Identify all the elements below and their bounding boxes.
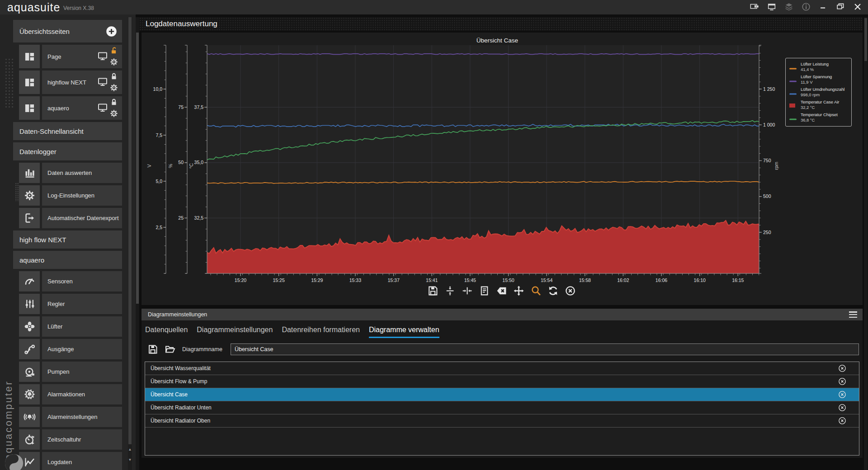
main-right-scrollbar-thumb[interactable] [864,18,867,61]
monitor-icon[interactable] [97,76,108,89]
monitor-dock-icon[interactable] [765,1,778,13]
log-chart[interactable]: 2,55,07,510,0V255075%32,535,037,5°C25050… [142,33,863,305]
tab-diagramme-verwalten[interactable]: Diagramme verwalten [369,326,439,338]
sidebar-header-label: Daten-Schnellansicht [19,127,84,135]
gear-icon[interactable] [109,108,119,120]
tab-datenreihen-formatieren[interactable]: Datenreihen formatieren [282,326,360,338]
sidebar-item-sensoren[interactable]: Sensoren [19,271,122,291]
sidebar-header-high-flow-next[interactable]: high flow NEXT [13,230,122,249]
save-icon[interactable] [426,284,439,297]
monitor-icon[interactable] [97,51,108,63]
minimize-icon[interactable] [816,1,830,13]
open-diagram-button[interactable] [163,343,177,356]
clear-icon[interactable] [495,284,508,297]
add-page-button[interactable] [105,25,118,38]
fit-horizontal-icon[interactable] [461,284,473,297]
svg-text:1 000: 1 000 [763,122,775,127]
sidebar-header-datenlogger[interactable]: Datenlogger [13,142,122,160]
close-icon[interactable] [851,1,864,13]
diagram-row--bersicht-radiator-oben[interactable]: Übersicht Radiator Oben [145,414,859,428]
sidebar-item-logdaten[interactable]: Logdaten [19,452,122,470]
sidebar-header--bersichtsseiten[interactable]: Übersichtsseiten [13,20,122,42]
sidebar-item-label: Lüfter [47,323,119,330]
monitor-export-icon[interactable] [748,1,761,13]
gear-icon[interactable] [109,57,119,68]
sidebar-item-automatischer-datenexport[interactable]: Automatischer Datenexport [19,208,122,228]
pump-icon [19,362,40,382]
layers-icon[interactable] [782,1,796,13]
info-icon[interactable] [799,1,813,13]
svg-text:5,0: 5,0 [156,179,162,184]
restore-icon[interactable] [834,1,847,13]
svg-text:%: % [168,164,173,168]
gauge-icon [19,271,40,291]
svg-text:35,0: 35,0 [194,160,204,165]
delete-diagram-icon[interactable] [838,417,846,425]
lock-open-icon[interactable] [109,46,119,57]
sidebar-header-aquaero[interactable]: aquaero [13,251,122,269]
legend-series-name: Lüfter Spannung [801,74,832,79]
gear-icon[interactable] [109,83,119,94]
zoom-icon-active[interactable] [529,284,542,297]
sidebar-item-label: Ausgänge [47,346,119,352]
lock-icon[interactable] [109,97,119,108]
delete-diagram-icon[interactable] [838,377,846,385]
fit-vertical-icon[interactable] [443,284,456,297]
sidebar-scrollbar-thumb[interactable] [128,17,132,444]
sidebar-item-label: Automatischer Datenexport [47,215,119,221]
legend-series-value: 32,2 °C [801,105,815,110]
delete-diagram-icon[interactable] [838,390,846,399]
report-icon[interactable] [478,284,491,297]
svg-text:16:06: 16:06 [656,277,667,283]
sidebar-item-zeitschaltuhr[interactable]: Zeitschaltuhr [19,429,122,450]
menu-icon[interactable] [849,311,857,318]
diagram-row--bersicht-radiator-unten[interactable]: Übersicht Radiator Unten [145,401,859,414]
cancel-icon[interactable] [564,284,576,297]
sidebar-header-label: Übersichtsseiten [19,28,70,35]
sidebar-item-log-einstellungen[interactable]: Log-Einstellungen [19,185,122,206]
sidebar-item-alarmaktionen[interactable]: Alarmaktionen [19,384,122,404]
diagram-name-input[interactable] [231,343,859,355]
tab-datenquellen[interactable]: Datenquellen [145,326,188,338]
diagram-name-label: Diagrammname [182,346,222,352]
diagram-row--bersicht-case[interactable]: Übersicht Case [145,388,859,401]
diagram-row--bersicht-flow-pump[interactable]: Übersicht Flow & Pump [145,375,859,388]
delete-diagram-icon[interactable] [838,364,846,372]
page-label: aquaero [47,105,97,112]
delete-diagram-icon[interactable] [838,404,846,412]
tab-diagrammeinstellungen[interactable]: Diagrammeinstellungen [197,326,273,338]
lock-icon[interactable] [109,71,119,83]
svg-text:16:15: 16:15 [732,277,744,283]
title-bar: aquasuite Version X.38 [0,0,868,14]
scroll-down-arrow[interactable]: ▼ [128,458,132,462]
sidebar-item-regler[interactable]: Regler [19,294,122,314]
sidebar-item-ausg-nge[interactable]: Ausgänge [19,339,122,359]
pan-icon[interactable] [512,284,525,297]
monitor-icon[interactable] [97,102,108,114]
timer-icon [19,429,40,450]
scroll-up-arrow[interactable]: ▲ [128,447,132,451]
legend-series-name: Temperatur Chipset [801,112,838,117]
save-diagram-button[interactable] [146,343,160,356]
sidebar-page-aquaero[interactable]: aquaero [19,96,122,120]
sidebar-item-l-fter[interactable]: Lüfter [19,316,122,337]
sidebar-page-page[interactable]: Page [19,45,122,68]
svg-text:37,5: 37,5 [194,104,204,110]
sidebar-page-highflow-next[interactable]: highflow NEXT [19,70,122,94]
main-right-scrollbar[interactable] [864,17,868,470]
page-label: Page [47,53,97,60]
refresh-icon[interactable] [547,284,559,297]
sidebar-item-alarmeinstellungen[interactable]: Alarmeinstellungen [19,407,122,427]
svg-text:15:33: 15:33 [349,277,361,283]
legend-entry: Temperatur Case Air32,2 °C [789,99,848,112]
sidebar-header-daten-schnellansicht[interactable]: Daten-Schnellansicht [13,122,122,140]
dashboard-icon [19,70,40,94]
sidebar-item-pumpen[interactable]: Pumpen [19,362,122,382]
sidebar-item-daten-auswerten[interactable]: Daten auswerten [19,163,122,183]
svg-text:500: 500 [763,193,771,199]
app-logo: aquasuite [7,1,60,14]
main-left-scrollbar-thumb[interactable] [136,33,139,304]
main-left-scrollbar[interactable] [136,17,139,470]
diagram-row--bersicht-wasserqualit-t[interactable]: Übersicht Wasserqualität [145,362,859,375]
sidebar-scrollbar[interactable]: ▲ ▼ [128,17,132,470]
